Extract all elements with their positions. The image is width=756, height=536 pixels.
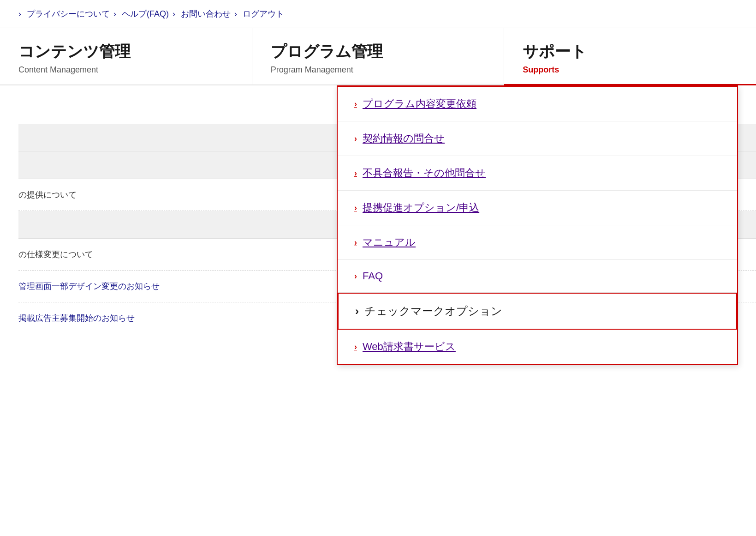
chevron-icon-dropdown-3: › <box>354 169 357 178</box>
support-title-jp: サポート <box>523 41 738 62</box>
dropdown-item-bug-report[interactable]: › 不具合報告・その他問合せ <box>338 156 737 191</box>
dropdown-item-faq[interactable]: › FAQ <box>338 260 737 293</box>
top-nav-contact[interactable]: お問い合わせ <box>181 8 231 19</box>
support-dropdown-menu: › プログラム内容変更依頼 › 契約情報の問合せ › 不具合報告・その他問合せ … <box>337 85 738 365</box>
support-title-en: Supports <box>523 65 738 75</box>
program-management-title-en: Program Management <box>271 65 486 75</box>
chevron-icon-dropdown-7: › <box>355 305 359 318</box>
nav-support[interactable]: サポート Supports <box>504 28 756 85</box>
content-management-title-en: Content Management <box>18 65 233 75</box>
dropdown-item-manual[interactable]: › マニュアル <box>338 225 737 260</box>
main-nav: コンテンツ管理 Content Management プログラム管理 Progr… <box>0 28 756 85</box>
nav-program-management[interactable]: プログラム管理 Program Management <box>252 28 505 84</box>
dropdown-item-contract-inquiry[interactable]: › 契約情報の問合せ <box>338 121 737 156</box>
chevron-icon-dropdown-1: › <box>354 99 357 109</box>
content-management-title-jp: コンテンツ管理 <box>18 41 233 62</box>
chevron-icon-dropdown-5: › <box>354 238 357 247</box>
top-nav-logout[interactable]: ログアウト <box>243 8 284 19</box>
top-nav: › プライバシーについて › ヘルプ(FAQ) › お問い合わせ › ログアウト <box>0 0 756 28</box>
chevron-icon-2: › <box>113 9 116 19</box>
chevron-icon-dropdown-6: › <box>354 271 357 281</box>
program-management-title-jp: プログラム管理 <box>271 41 486 62</box>
top-nav-privacy[interactable]: プライバシーについて <box>27 8 110 19</box>
dropdown-item-program-change[interactable]: › プログラム内容変更依頼 <box>338 87 737 121</box>
content-area: 前回ログ の提供について の仕様変更について 管理画面一部デザイン変更のお知らせ… <box>0 85 756 334</box>
chevron-icon-dropdown-8: › <box>354 342 357 352</box>
chevron-icon-4: › <box>234 9 237 19</box>
chevron-icon-1: › <box>18 9 21 19</box>
nav-content-management[interactable]: コンテンツ管理 Content Management <box>0 28 252 84</box>
chevron-icon-dropdown-2: › <box>354 134 357 144</box>
top-nav-help[interactable]: ヘルプ(FAQ) <box>122 8 169 19</box>
dropdown-item-partnership[interactable]: › 提携促進オプション/申込 <box>338 191 737 225</box>
dropdown-item-checkmark[interactable]: › チェックマークオプション <box>338 293 737 330</box>
chevron-icon-3: › <box>173 9 175 19</box>
dropdown-item-web-invoice[interactable]: › Web請求書サービス <box>338 330 737 364</box>
chevron-icon-dropdown-4: › <box>354 203 357 213</box>
